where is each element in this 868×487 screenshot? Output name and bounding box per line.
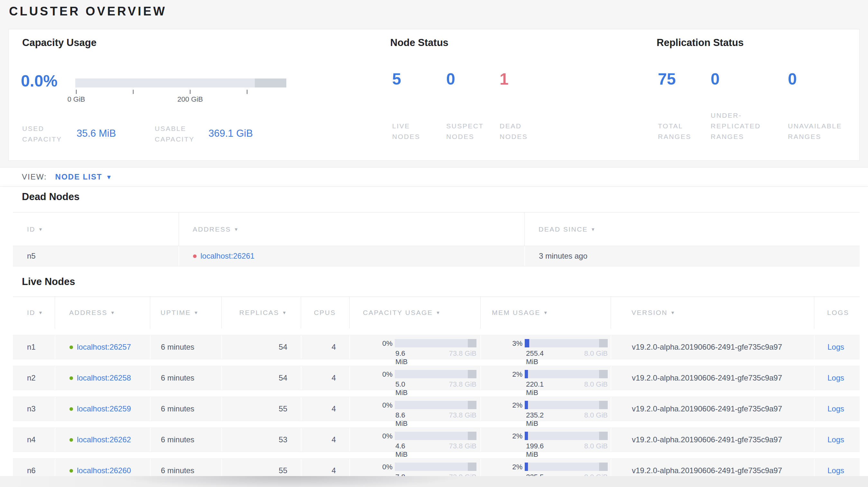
mem-total-value: 8.0 GiB [559,349,608,358]
capacity-total-value: 73.8 GiB [428,411,476,419]
version-value: v19.2.0-alpha.20190606-2491-gfe735c9a97 [611,366,814,390]
node-address-link[interactable]: localhost:26259 [77,404,131,413]
chevron-down-icon: ▾ [107,173,111,181]
column-header-id[interactable]: ID ▼ [13,297,55,328]
capacity-total-value: 73.8 GiB [428,380,476,389]
column-header-uptime[interactable]: UPTIME ▼ [150,297,221,328]
node-id: n2 [13,366,55,390]
mem-bar-track [525,432,608,440]
mem-bar-track [525,462,608,471]
mem-percent-label: 2% [481,401,523,410]
capacity-percent-label: 0% [350,463,393,471]
live-status-dot-icon [69,407,73,411]
capacity-bar-reserved-segment [468,370,476,378]
live-status-dot-icon [69,376,73,380]
capacity-percent-label: 0% [350,370,393,379]
column-header-dead-since[interactable]: DEAD SINCE ▼ [524,213,860,246]
total-ranges-label: TOTAL RANGES [658,121,706,142]
mem-bar-reserved-segment [599,462,608,471]
node-address-link[interactable]: localhost:26257 [77,343,131,352]
capacity-total-value: 73.8 GiB [428,442,476,450]
mem-bar-fill [525,370,528,378]
sort-desc-icon: ▼ [671,310,676,315]
cpus-value: 4 [301,366,349,390]
column-header-address[interactable]: ADDRESS ▼ [55,297,150,328]
logs-link[interactable]: Logs [828,343,844,352]
logs-link[interactable]: Logs [828,466,844,475]
used-capacity-label: USED CAPACITY [22,123,70,144]
live-nodes-table: ID ▼ ADDRESS ▼ UPTIME ▼ REPLICAS ▼ CPUS … [13,297,860,483]
uptime-value: 6 minutes [150,335,221,359]
live-nodes-label: LIVE NODES [392,121,434,142]
logs-link[interactable]: Logs [828,404,844,413]
used-capacity-value: 35.6 MiB [76,128,116,139]
column-header-mem-usage[interactable]: MEM USAGE ▼ [480,297,611,328]
mem-bar-track [525,370,608,378]
suspect-nodes-count: 0 [446,71,455,87]
capacity-bar-track [395,401,476,409]
axis-tick [76,90,76,94]
cpus-value: 4 [301,428,349,452]
view-selector-dropdown[interactable]: NODE LIST ▾ [55,172,111,182]
logs-link[interactable]: Logs [828,435,844,444]
sort-desc-icon: ▼ [544,310,549,315]
live-status-dot-icon [69,469,73,473]
capacity-bar-track [395,432,476,440]
logs-cell: Logs [814,428,860,452]
uptime-value: 6 minutes [150,428,221,452]
column-header-version[interactable]: VERSION ▼ [611,297,814,328]
sort-desc-icon: ▼ [282,310,287,315]
capacity-used-value: 8.6 MiB [395,411,408,428]
node-status-title: Node Status [390,37,448,48]
node-address-link[interactable]: localhost:26258 [77,374,131,383]
mem-used-value: 255.4 MiB [526,349,544,366]
mem-bar-reserved-segment [599,370,608,378]
table-row: n4 localhost:26262 6 minutes 53 4 0% 4.6… [13,427,860,452]
node-address-link[interactable]: localhost:26261 [200,252,254,261]
suspect-nodes-label: SUSPECT NODES [446,121,491,142]
live-nodes-count: 5 [392,71,401,87]
sort-desc-icon: ▼ [234,227,239,232]
mem-bar-reserved-segment [599,339,608,347]
sort-desc-icon: ▼ [110,310,116,315]
capacity-bar-reserved-segment [468,401,476,409]
column-header-capacity-usage[interactable]: CAPACITY USAGE ▼ [349,297,480,328]
column-header-logs[interactable]: LOGS [814,297,860,328]
capacity-bar-track [395,462,476,471]
uptime-value: 6 minutes [150,397,221,421]
axis-tick-label: 0 GiB [54,95,99,104]
dead-nodes-table: ID ▼ ADDRESS ▼ DEAD SINCE ▼ n5 localhost… [13,212,860,266]
table-row: n2 localhost:26258 6 minutes 54 4 0% 5.0… [13,366,860,390]
capacity-bar-track [395,339,476,347]
node-address-link[interactable]: localhost:26260 [77,466,131,475]
under-replicated-ranges-label: UNDER-REPLICATED RANGES [711,110,778,142]
capacity-percent-label: 0% [350,339,393,348]
axis-tick-label: 200 GiB [167,95,213,104]
unavailable-ranges-label: UNAVAILABLE RANGES [788,121,864,142]
usable-capacity-value: 369.1 GiB [209,128,253,139]
column-header-id[interactable]: ID ▼ [13,213,179,246]
capacity-usage-cell: 0% 8.6 MiB 73.8 GiB [349,397,480,421]
column-header-address[interactable]: ADDRESS ▼ [179,213,524,246]
logs-link[interactable]: Logs [828,374,844,383]
view-label: VIEW: [22,172,47,182]
mem-bar-reserved-segment [599,432,608,440]
mem-total-value: 8.0 GiB [559,442,608,450]
column-header-cpus[interactable]: CPUS [301,297,349,328]
node-address-link[interactable]: localhost:26262 [77,435,131,444]
cluster-overview-page: CLUSTER OVERVIEW Capacity Usage 0.0% 0 G… [0,0,868,487]
replicas-value: 55 [221,397,301,421]
mem-total-value: 8.0 GiB [559,380,608,389]
dead-nodes-label: DEAD NODES [500,121,541,142]
sort-desc-icon: ▼ [436,310,441,315]
page-title: CLUSTER OVERVIEW [9,4,167,18]
node-id: n5 [13,246,179,266]
capacity-bar-track [395,370,476,378]
table-row: n3 localhost:26259 6 minutes 55 4 0% 8.6… [13,397,860,421]
sort-desc-icon: ▼ [38,227,43,232]
mem-percent-label: 2% [481,463,523,471]
cpus-value: 4 [301,335,349,359]
axis-tick [190,90,190,94]
column-header-replicas[interactable]: REPLICAS ▼ [221,297,301,328]
dead-nodes-count: 1 [500,71,509,87]
